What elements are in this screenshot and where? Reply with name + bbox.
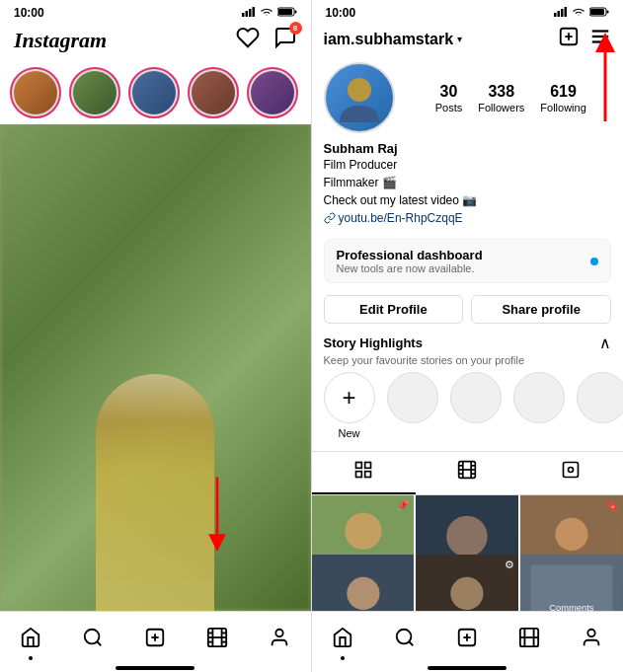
left-status-bar: 10:00 (0, 0, 311, 22)
profile-link[interactable]: youtu.be/En-RhpCzqqE (324, 211, 612, 225)
edit-profile-button[interactable]: Edit Profile (324, 295, 464, 324)
svg-rect-2 (249, 9, 252, 17)
svg-point-77 (588, 629, 595, 635)
svg-rect-25 (561, 9, 564, 17)
pro-dashboard-title: Professional dashboard (337, 248, 483, 262)
right-nav-profile[interactable] (581, 627, 602, 654)
tab-grid[interactable] (312, 452, 416, 494)
story-avatar-1[interactable] (10, 67, 61, 118)
highlight-circle-2 (450, 372, 502, 423)
photo-1-icon: 📌 (396, 499, 410, 512)
followers-stat[interactable]: 338 Followers (478, 82, 524, 112)
profile-avatar[interactable] (324, 62, 395, 133)
svg-point-62 (347, 576, 379, 609)
tab-reels[interactable] (416, 452, 519, 494)
nav-search[interactable] (82, 627, 104, 654)
svg-rect-23 (554, 13, 557, 17)
highlight-2[interactable] (450, 372, 502, 439)
tab-tagged[interactable] (519, 452, 623, 494)
svg-rect-1 (245, 11, 248, 17)
collapse-icon[interactable]: ∧ (599, 334, 611, 352)
right-nav-add[interactable] (456, 627, 478, 654)
highlight-new-label: New (338, 427, 359, 439)
svg-rect-24 (558, 11, 561, 17)
share-profile-button[interactable]: Share profile (471, 295, 611, 324)
left-status-icons (242, 7, 297, 19)
story-avatar-5[interactable] (247, 67, 298, 118)
chevron-down-icon: ▾ (457, 34, 462, 44)
svg-rect-40 (365, 463, 371, 469)
profile-top: 30 Posts 338 Followers 619 Following (324, 62, 612, 133)
story-avatar-3[interactable] (128, 67, 180, 118)
nav-home[interactable] (20, 627, 41, 654)
followers-count: 338 (488, 82, 514, 101)
posts-label: Posts (435, 102, 463, 113)
story-highlights-subtitle: Keep your favourite stories on your prof… (324, 354, 612, 366)
highlight-1[interactable] (387, 372, 438, 439)
username-area[interactable]: iam.subhamstark ▾ (324, 31, 463, 48)
pro-dashboard[interactable]: Professional dashboard New tools are now… (324, 239, 612, 283)
highlight-3[interactable] (513, 372, 565, 439)
heart-button[interactable] (236, 26, 260, 55)
stories-row (0, 61, 311, 124)
dm-button[interactable]: 8 (273, 26, 297, 55)
left-panel: 10:00 (0, 0, 311, 672)
followers-label: Followers (478, 102, 524, 113)
nav-add[interactable] (144, 627, 166, 654)
right-wifi-icon (572, 7, 585, 19)
svg-point-64 (451, 576, 484, 609)
svg-rect-3 (252, 7, 255, 17)
right-nav-search[interactable] (394, 627, 416, 654)
username: iam.subhamstark (324, 31, 454, 48)
left-home-indicator (116, 666, 195, 670)
svg-rect-5 (294, 11, 296, 14)
right-nav-home[interactable] (332, 627, 353, 654)
following-stat[interactable]: 619 Following (540, 82, 585, 112)
highlights-row: + New (324, 366, 612, 445)
highlight-circle-3 (513, 372, 565, 423)
photo-cell-6[interactable]: Comments (520, 555, 623, 612)
nav-reels[interactable] (206, 627, 228, 654)
right-home-indicator (428, 666, 506, 670)
story-avatar-2[interactable] (69, 67, 120, 118)
add-content-button[interactable] (558, 26, 580, 52)
svg-line-69 (409, 641, 413, 645)
pro-dashboard-subtitle: New tools are now available. (337, 262, 483, 274)
highlight-new-circle[interactable]: + (324, 372, 375, 423)
highlight-new[interactable]: + New (324, 372, 375, 439)
grid-icon (353, 460, 373, 485)
action-buttons: Edit Profile Share profile (312, 289, 624, 330)
highlight-4[interactable] (577, 372, 624, 439)
svg-point-52 (569, 468, 574, 473)
svg-point-68 (397, 629, 412, 643)
right-header-icons (558, 26, 611, 52)
photo-cell-4[interactable] (312, 555, 415, 612)
svg-rect-26 (565, 7, 568, 17)
content-tabs (312, 451, 624, 495)
svg-rect-39 (356, 463, 362, 469)
photo-cell-5[interactable]: ⚙ (416, 555, 518, 612)
right-status-bar: 10:00 (312, 0, 624, 22)
battery-icon (277, 7, 297, 19)
svg-point-56 (446, 516, 488, 558)
following-count: 619 (550, 82, 577, 101)
nav-profile[interactable] (269, 627, 290, 654)
bio-line-3: Check out my latest video 📷 (324, 191, 612, 209)
right-signal-icon (554, 7, 568, 19)
menu-button[interactable] (589, 26, 611, 52)
posts-count: 30 (440, 82, 458, 101)
story-avatar-4[interactable] (188, 67, 239, 118)
right-bottom-nav (312, 611, 624, 664)
profile-section: 30 Posts 338 Followers 619 Following Sub… (312, 58, 624, 233)
instagram-header: Instagram 8 (0, 22, 311, 61)
svg-point-38 (348, 78, 371, 102)
right-nav-reels[interactable] (518, 627, 540, 654)
signal-icon (242, 7, 256, 19)
instagram-logo: Instagram (14, 28, 107, 53)
svg-point-60 (555, 518, 587, 551)
profile-link-text: youtu.be/En-RhpCzqqE (339, 211, 463, 225)
story-highlights-header: Story Highlights ∧ (324, 334, 612, 352)
header-icons: 8 (236, 26, 297, 55)
profile-name: Subham Raj (324, 141, 612, 156)
highlight-circle-1 (387, 372, 438, 423)
